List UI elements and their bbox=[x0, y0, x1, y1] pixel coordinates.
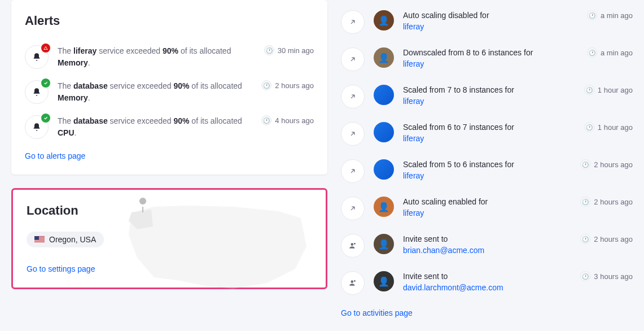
us-flag-icon bbox=[34, 236, 45, 243]
time-chip: 🕐4 hours ago bbox=[261, 115, 314, 125]
activity-row: 👤 Downscaled from 8 to 6 instances forli… bbox=[341, 41, 633, 78]
location-link[interactable]: Go to settings page bbox=[27, 264, 95, 273]
activity-row: 👤 Auto scaling disabled forliferay 🕐a mi… bbox=[341, 3, 633, 41]
avatar bbox=[374, 122, 394, 142]
clock-icon: 🕐 bbox=[580, 234, 590, 244]
clock-icon: 🕐 bbox=[587, 47, 597, 58]
activity-link[interactable]: liferay bbox=[403, 97, 424, 106]
alert-row: The database service exceeded 90% of its… bbox=[25, 75, 314, 110]
activity-text: Downscaled from 8 to 6 instances forlife… bbox=[403, 47, 578, 69]
arrow-icon bbox=[341, 85, 365, 108]
bell-icon bbox=[25, 115, 49, 139]
arrow-icon bbox=[341, 122, 365, 146]
time-chip: 🕐a min ago bbox=[587, 10, 633, 20]
activity-row: Scaled from 5 to 6 instances forliferay … bbox=[341, 153, 633, 190]
activity-link[interactable]: liferay bbox=[403, 171, 424, 180]
user-add-icon bbox=[341, 234, 365, 258]
clock-icon: 🕐 bbox=[261, 115, 271, 125]
clock-icon: 🕐 bbox=[580, 271, 590, 281]
time-chip: 🕐2 hours ago bbox=[261, 80, 314, 90]
time-chip: 🕐2 hours ago bbox=[580, 234, 633, 244]
activity-row: Scaled from 7 to 8 instances forliferay … bbox=[341, 78, 633, 115]
activities-list: 👤 Auto scaling disabled forliferay 🕐a mi… bbox=[341, 0, 633, 318]
time-chip: 🕐2 hours ago bbox=[580, 197, 633, 207]
activity-link[interactable]: liferay bbox=[403, 22, 424, 31]
activity-text: Auto scaling disabled forliferay bbox=[403, 10, 578, 32]
arrow-icon bbox=[341, 197, 365, 220]
arrow-icon bbox=[341, 159, 365, 183]
svg-point-1 bbox=[354, 243, 355, 244]
activity-row: 👤 Auto scaling enabled forliferay 🕐2 hou… bbox=[341, 190, 633, 227]
clock-icon: 🕐 bbox=[584, 122, 594, 132]
time-chip: 🕐a min ago bbox=[587, 47, 633, 58]
time-chip: 🕐2 hours ago bbox=[580, 159, 633, 169]
ok-badge-icon bbox=[41, 79, 50, 88]
alert-text: The database service exceeded 90% of its… bbox=[58, 80, 252, 104]
warn-badge-icon bbox=[41, 43, 50, 53]
avatar bbox=[374, 85, 394, 105]
bell-icon bbox=[25, 80, 49, 104]
svg-point-2 bbox=[351, 280, 354, 283]
time-chip: 🕐1 hour ago bbox=[584, 122, 633, 132]
clock-icon: 🕐 bbox=[587, 10, 597, 20]
activity-text: Invite sent todavid.larchmont@acme.com bbox=[403, 271, 571, 293]
activity-link[interactable]: brian.chan@acme.com bbox=[403, 246, 484, 255]
alerts-title: Alerts bbox=[25, 14, 314, 28]
clock-icon: 🕐 bbox=[261, 80, 271, 90]
arrow-icon bbox=[341, 47, 365, 71]
avatar: 👤 bbox=[374, 47, 394, 68]
location-card: Location Oregon, USA Go to settings page bbox=[11, 188, 327, 289]
time-chip: 🕐30 min ago bbox=[264, 45, 314, 55]
alerts-link[interactable]: Go to alerts page bbox=[25, 151, 85, 160]
location-label: Oregon, USA bbox=[49, 235, 96, 244]
activity-row: 👤 Invite sent todavid.larchmont@acme.com… bbox=[341, 264, 633, 302]
alert-text: The liferay service exceeded 90% of its … bbox=[58, 45, 255, 69]
location-chip[interactable]: Oregon, USA bbox=[27, 232, 104, 247]
avatar bbox=[374, 159, 394, 180]
activity-text: Scaled from 6 to 7 instances forliferay bbox=[403, 122, 575, 144]
clock-icon: 🕐 bbox=[584, 85, 594, 95]
activity-link[interactable]: liferay bbox=[403, 208, 424, 217]
ok-badge-icon bbox=[41, 114, 50, 123]
activity-text: Invite sent tobrian.chan@acme.com bbox=[403, 234, 571, 256]
activity-text: Scaled from 5 to 6 instances forliferay bbox=[403, 159, 571, 181]
activity-link[interactable]: david.larchmont@acme.com bbox=[403, 283, 503, 292]
activities-link[interactable]: Go to activities page bbox=[341, 308, 413, 317]
avatar: 👤 bbox=[374, 10, 394, 31]
alert-row: The database service exceeded 90% of its… bbox=[25, 110, 314, 145]
activity-row: Scaled from 6 to 7 instances forliferay … bbox=[341, 115, 633, 153]
us-map-icon bbox=[120, 195, 312, 274]
bell-icon bbox=[25, 45, 49, 69]
activity-text: Auto scaling enabled forliferay bbox=[403, 197, 571, 219]
activity-text: Scaled from 7 to 8 instances forliferay bbox=[403, 85, 575, 107]
avatar: 👤 bbox=[374, 197, 394, 217]
clock-icon: 🕐 bbox=[264, 45, 274, 55]
svg-point-3 bbox=[354, 280, 355, 281]
user-add-icon bbox=[341, 271, 365, 295]
time-chip: 🕐3 hours ago bbox=[580, 271, 633, 281]
svg-point-0 bbox=[351, 243, 354, 246]
arrow-icon bbox=[341, 10, 365, 34]
alert-row: The liferay service exceeded 90% of its … bbox=[25, 40, 314, 75]
activity-link[interactable]: liferay bbox=[403, 134, 424, 143]
avatar: 👤 bbox=[374, 234, 394, 254]
clock-icon: 🕐 bbox=[580, 197, 590, 207]
clock-icon: 🕐 bbox=[580, 159, 590, 169]
activity-link[interactable]: liferay bbox=[403, 59, 424, 68]
activity-row: 👤 Invite sent tobrian.chan@acme.com 🕐2 h… bbox=[341, 227, 633, 264]
avatar: 👤 bbox=[374, 271, 394, 291]
alert-text: The database service exceeded 90% of its… bbox=[58, 115, 252, 139]
time-chip: 🕐1 hour ago bbox=[584, 85, 633, 95]
alerts-card: Alerts The liferay service exceeded 90% … bbox=[11, 0, 327, 175]
